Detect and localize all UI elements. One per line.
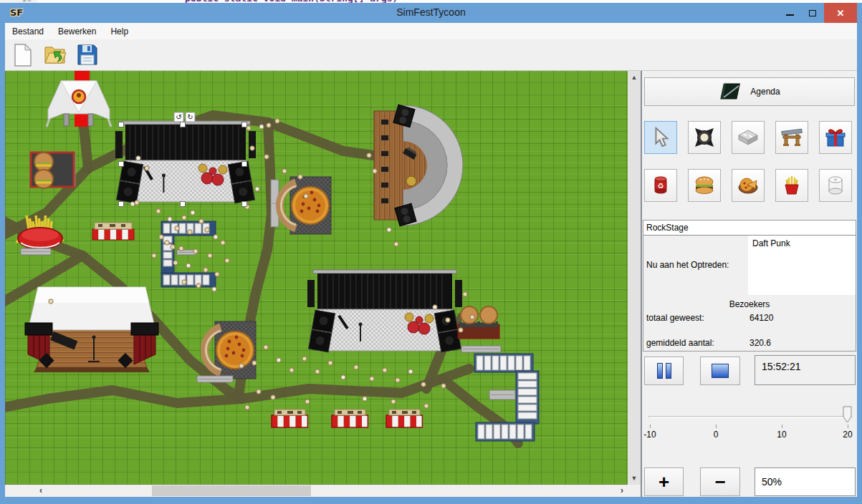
slider-tick [782, 425, 782, 428]
tool-spotlight-button[interactable] [688, 121, 721, 154]
visitor-dot [193, 249, 198, 253]
agenda-button[interactable]: Agenda [644, 77, 855, 106]
trashcan-icon: ♻ [649, 174, 672, 197]
map-striped-stand[interactable] [92, 223, 134, 240]
scroll-up-icon[interactable]: ▲ [628, 74, 641, 81]
fries-icon [780, 174, 803, 197]
gift-icon [824, 126, 847, 149]
stop-button[interactable] [700, 357, 740, 385]
map-striped-barrier[interactable] [386, 410, 422, 427]
menu-bewerken[interactable]: Bewerken [58, 26, 96, 37]
map-horizontal-scrollbar[interactable]: ‹ › [5, 485, 628, 497]
total-visitors-label: totaal geweest: [646, 313, 704, 323]
visitor-dot [205, 228, 209, 232]
map-burger-stand[interactable] [458, 306, 499, 339]
menu-help[interactable]: Help [110, 26, 128, 37]
rotate-handle[interactable]: ↻ [186, 112, 195, 122]
visitors-header: Bezoekers [643, 299, 856, 309]
map-bench[interactable] [197, 376, 233, 382]
tool-fries-button[interactable] [775, 169, 808, 202]
visitor-dot [446, 318, 450, 322]
visitor-dot [367, 153, 371, 158]
close-button[interactable]: ✕ [824, 3, 857, 23]
map-striped-barrier[interactable] [272, 410, 307, 427]
tool-burger-button[interactable] [688, 169, 721, 202]
toilet-roll-icon [824, 174, 847, 197]
titlebar[interactable]: SF SimFestTycoon ✕ [5, 3, 857, 23]
visitor-dot [298, 175, 302, 179]
maximize-icon [809, 10, 816, 16]
tool-toilet-button[interactable] [819, 169, 852, 202]
selection-handle[interactable] [181, 202, 186, 207]
festival-map-canvas[interactable]: ↺↻ [5, 71, 628, 485]
visitor-dot [383, 368, 387, 372]
path-tile-icon [737, 126, 760, 149]
map-pizza-stand[interactable] [204, 321, 256, 379]
map-striped-barrier[interactable] [332, 410, 368, 427]
menu-bestand[interactable]: Bestand [12, 26, 44, 37]
tool-path-button[interactable] [732, 121, 765, 154]
visitor-dot [424, 404, 428, 408]
map-bench[interactable] [177, 250, 196, 255]
tool-gift-button[interactable] [819, 121, 852, 154]
selection-handle[interactable] [242, 162, 247, 167]
selection-handle[interactable] [242, 202, 247, 207]
pause-icon [657, 363, 663, 379]
visitor-dot [421, 382, 426, 387]
visitor-dot [277, 358, 281, 362]
save-button[interactable] [75, 42, 100, 68]
scroll-down-icon[interactable]: ▼ [628, 475, 641, 482]
visitor-dot [275, 119, 279, 123]
cursor-icon [650, 127, 671, 148]
svg-text:♻: ♻ [658, 182, 664, 190]
selection-handle[interactable] [242, 122, 247, 127]
pause-button[interactable] [644, 357, 684, 385]
selection-handle[interactable] [181, 122, 186, 127]
scrollbar-corner [628, 485, 641, 497]
map-bench[interactable] [461, 346, 501, 352]
visitor-dot [186, 263, 191, 268]
slider-tick [650, 425, 651, 428]
horizontal-scroll-thumb[interactable] [152, 485, 311, 496]
tool-entrance-button[interactable] [775, 121, 808, 154]
slider-tick-label: -10 [643, 430, 656, 440]
visitor-dot [267, 123, 271, 127]
scroll-left-icon[interactable]: ‹ [39, 485, 42, 495]
visitor-dot [49, 299, 53, 304]
new-file-button[interactable] [11, 42, 35, 68]
minimize-button[interactable] [778, 3, 801, 23]
average-visitors-label: gemiddeld aantal: [646, 338, 714, 348]
maximize-button[interactable] [801, 3, 824, 23]
selection-handle[interactable] [119, 122, 124, 127]
speed-slider-track[interactable] [648, 416, 852, 418]
zoom-in-button[interactable]: + [644, 467, 684, 496]
map-barn-stage[interactable] [25, 287, 158, 372]
map-pizza-stand[interactable] [279, 177, 331, 234]
slider-tick-label: 0 [714, 430, 719, 440]
zoom-out-button[interactable]: − [700, 467, 740, 496]
stage-name-field[interactable]: RockStage [643, 220, 856, 236]
open-file-button[interactable] [43, 42, 67, 68]
visitor-dot [182, 215, 186, 220]
map-vertical-scrollbar[interactable]: ▲ ▼ [628, 71, 641, 485]
tool-pizza-button[interactable] [732, 169, 765, 202]
map-dome-stage[interactable] [374, 105, 463, 226]
speed-slider-thumb[interactable] [843, 406, 852, 425]
scroll-right-icon[interactable]: › [621, 485, 623, 495]
selection-handle[interactable] [119, 162, 124, 167]
rotate-handle[interactable]: ↺ [174, 112, 183, 122]
selection-handle[interactable] [119, 202, 124, 207]
zoom-level-field[interactable]: 50% [755, 467, 856, 496]
visitor-dot [459, 328, 463, 332]
visitor-dot [203, 268, 208, 272]
visitor-dot [289, 368, 294, 372]
visitor-dot [159, 235, 163, 239]
visitor-dot [305, 399, 310, 404]
map-bench[interactable] [489, 390, 515, 399]
map-main-stage[interactable] [115, 121, 256, 203]
tool-select-button[interactable] [644, 121, 677, 154]
map-burger-stand[interactable] [31, 152, 74, 188]
tool-trashcan-button[interactable]: ♻ [644, 169, 677, 202]
map-bench[interactable] [21, 248, 51, 255]
map-main-stage[interactable] [307, 270, 462, 352]
